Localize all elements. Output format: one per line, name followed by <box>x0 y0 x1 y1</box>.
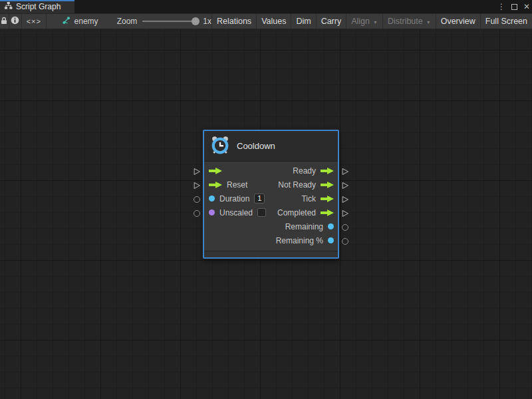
zoom-label: Zoom <box>117 17 138 26</box>
port-label: Completed <box>277 208 316 217</box>
cooldown-node[interactable]: Cooldown ResetDuration1Unscaled Ready No… <box>203 130 339 259</box>
node-footer <box>204 251 338 257</box>
control-port-marker-icon[interactable] <box>193 168 201 176</box>
code-view-button[interactable]: <×> <box>22 14 47 29</box>
code-brackets-icon: <×> <box>27 17 41 25</box>
toolbar-button-carry[interactable]: Carry <box>316 14 346 29</box>
value-port-marker-icon[interactable] <box>342 238 348 245</box>
window-menu-icon[interactable]: ⋮ <box>497 3 505 11</box>
port-label: Remaining <box>285 222 323 231</box>
output-port-not-ready[interactable]: Not Ready <box>276 178 338 192</box>
port-label: Not Ready <box>278 180 316 190</box>
input-port-enter[interactable] <box>204 164 266 178</box>
control-flow-arrow-icon[interactable] <box>209 168 222 174</box>
port-label: Unscaled <box>219 208 253 217</box>
toolbar-button-label: Carry <box>321 17 342 26</box>
toolbar-button-label: Distribute <box>388 17 423 26</box>
external-value-connector[interactable] <box>340 220 350 234</box>
external-value-connector[interactable] <box>192 192 201 206</box>
toolbar-button-dim[interactable]: Dim <box>291 14 315 29</box>
external-control-connector[interactable] <box>192 178 201 192</box>
toolbar-button-overview[interactable]: Overview <box>436 14 480 29</box>
value-port-dot-icon[interactable] <box>328 237 334 243</box>
output-port-ready[interactable]: Ready <box>276 164 338 178</box>
info-button[interactable] <box>9 14 22 29</box>
control-flow-arrow-icon[interactable] <box>321 168 334 174</box>
node-header[interactable]: Cooldown <box>204 131 338 162</box>
control-flow-arrow-icon[interactable] <box>321 182 334 188</box>
external-control-connector[interactable] <box>340 178 350 192</box>
control-flow-arrow-icon[interactable] <box>209 182 222 188</box>
lock-icon <box>0 16 8 27</box>
port-label: Tick <box>301 194 316 203</box>
control-port-marker-icon[interactable] <box>341 196 349 203</box>
control-port-marker-icon[interactable] <box>341 209 349 217</box>
control-port-marker-icon[interactable] <box>341 168 349 176</box>
external-value-connector[interactable] <box>192 206 201 220</box>
value-port-marker-icon[interactable] <box>194 196 200 203</box>
toolbar-button-distribute: Distribute▼ <box>382 14 436 29</box>
input-port-duration[interactable]: Duration1 <box>204 192 266 205</box>
toolbar-button-label: Dim <box>296 17 311 26</box>
output-port-tick[interactable]: Tick <box>276 192 338 205</box>
value-port-dot-icon[interactable] <box>209 196 215 201</box>
value-port-dot-icon[interactable] <box>209 209 215 215</box>
control-flow-arrow-icon[interactable] <box>321 209 334 216</box>
window-maximize-icon[interactable] <box>511 4 517 10</box>
value-port-dot-icon[interactable] <box>328 223 334 229</box>
breadcrumb-graph[interactable]: enemy <box>61 16 98 27</box>
external-control-connector[interactable] <box>340 164 350 178</box>
toolbar-button-label: Align <box>351 17 370 26</box>
external-control-connector[interactable] <box>340 206 350 220</box>
unscaled-checkbox[interactable] <box>257 208 266 217</box>
chevron-down-icon: ▼ <box>426 20 431 25</box>
graph-toolbar: <×> enemy Zoom 1x RelationsValuesDimCarr… <box>0 13 532 29</box>
duration-input[interactable]: 1 <box>254 194 265 203</box>
chevron-down-icon: ▼ <box>373 20 378 25</box>
port-label: Reset <box>227 180 247 190</box>
window-close-icon[interactable]: ✕ <box>523 3 530 11</box>
control-port-marker-icon[interactable] <box>341 182 349 190</box>
graph-canvas[interactable]: Cooldown ResetDuration1Unscaled Ready No… <box>0 29 532 399</box>
external-value-connector[interactable] <box>340 234 350 248</box>
graph-pointer-icon <box>61 16 70 27</box>
output-port-completed[interactable]: Completed <box>276 205 338 219</box>
value-port-marker-icon[interactable] <box>194 210 200 217</box>
zoom-slider[interactable] <box>142 21 199 22</box>
output-port-remaining[interactable]: Remaining % <box>276 233 338 247</box>
tab-title: Script Graph <box>16 2 61 11</box>
toolbar-button-full-screen[interactable]: Full Screen <box>480 14 532 29</box>
graph-hierarchy-icon <box>4 1 13 12</box>
value-port-marker-icon[interactable] <box>342 224 348 231</box>
control-flow-arrow-icon[interactable] <box>321 196 334 202</box>
toolbar-button-label: Full Screen <box>485 17 527 26</box>
port-label: Duration <box>219 194 249 203</box>
toolbar-button-values[interactable]: Values <box>256 14 291 29</box>
breadcrumb-label: enemy <box>74 17 98 26</box>
alarm-clock-icon <box>210 135 230 158</box>
port-label: Remaining % <box>276 236 323 245</box>
toolbar-button-group: RelationsValuesDimCarryAlign▼Distribute▼… <box>211 14 532 29</box>
input-port-unscaled[interactable]: Unscaled <box>204 205 266 219</box>
node-title: Cooldown <box>237 141 275 151</box>
toolbar-button-label: Values <box>261 17 286 26</box>
input-port-reset[interactable]: Reset <box>204 178 266 192</box>
tab-script-graph[interactable]: Script Graph <box>0 0 74 13</box>
output-port-remaining[interactable]: Remaining <box>276 219 338 233</box>
port-label: Ready <box>293 166 316 176</box>
zoom-slider-handle[interactable] <box>192 17 200 25</box>
toolbar-button-relations[interactable]: Relations <box>211 14 256 29</box>
info-icon <box>11 16 19 27</box>
toolbar-button-label: Overview <box>441 17 475 26</box>
window-tab-bar: Script Graph ⋮ ✕ <box>0 0 532 13</box>
lock-button[interactable] <box>0 14 9 29</box>
toolbar-button-label: Relations <box>217 17 251 26</box>
external-control-connector[interactable] <box>192 164 201 178</box>
control-port-marker-icon[interactable] <box>193 182 201 190</box>
external-control-connector[interactable] <box>340 192 350 206</box>
toolbar-button-align: Align▼ <box>346 14 382 29</box>
zoom-value: 1x <box>203 17 211 26</box>
